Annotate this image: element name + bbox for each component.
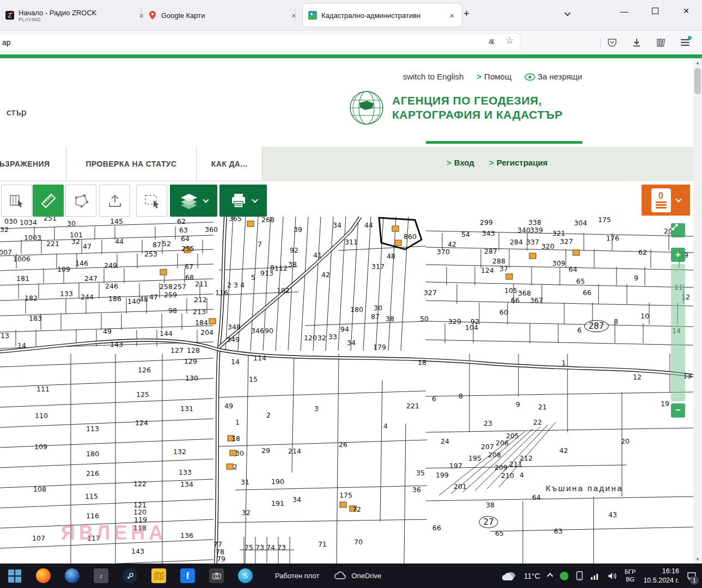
scrollbar-thumb[interactable]	[694, 68, 701, 94]
radio-favicon-icon: Z	[5, 11, 14, 20]
pocket-icon[interactable]	[607, 37, 618, 48]
tab-list-chevron-icon[interactable]	[564, 10, 570, 16]
map-parcel-label: 73	[255, 543, 264, 552]
nav-tab-status-check[interactable]: ПРОВЕРКА НА СТАТУС	[66, 147, 197, 181]
taskbar-steam-icon[interactable]	[115, 564, 144, 588]
map-parcel-label: 23	[484, 419, 492, 427]
taskbar-firefox-icon[interactable]	[29, 564, 58, 588]
nav-tab-objections[interactable]: ЪЗРАЖЕНИЯ	[0, 147, 66, 181]
taskbar-screenshot-icon[interactable]	[202, 564, 231, 588]
taskbar-map-app-icon[interactable]	[144, 564, 173, 588]
zoom-in-button[interactable]: +	[671, 248, 685, 262]
tray-expand-chevron-icon[interactable]	[547, 573, 553, 579]
volume-tray-icon[interactable]	[608, 572, 617, 580]
desktop-toolbar-label[interactable]: Работен плот	[275, 572, 319, 580]
map-parcel-label: 14	[231, 358, 240, 366]
tab-radio-zrock[interactable]: Z Начало - Радио ZROCK PLAYING ×	[0, 4, 151, 27]
map-parcel-label: 22	[533, 418, 542, 426]
print-tool-button[interactable]	[219, 185, 267, 217]
map-parcel-label: 64	[532, 493, 541, 501]
map-parcel-label: 68	[185, 273, 194, 281]
phone-tray-icon[interactable]	[576, 571, 583, 580]
main-navigation: ЪЗРАЖЕНИЯ ПРОВЕРКА НА СТАТУС КАК ДА... >…	[0, 147, 693, 182]
weather-cloud-icon[interactable]	[500, 571, 516, 581]
page-scrollbar[interactable]: ▲ ▼	[693, 58, 702, 564]
login-link[interactable]: >Вход	[447, 158, 474, 167]
layers-tool-button[interactable]	[170, 185, 217, 217]
taskbar-browser2-icon[interactable]	[58, 564, 87, 588]
cadastral-map[interactable]: 0301034251301456236526829933830417520321…	[0, 217, 693, 564]
accessibility-link[interactable]: За незрящи	[524, 72, 582, 81]
antivirus-tray-icon[interactable]	[560, 572, 569, 580]
selection-cart-menu-button[interactable]: 0	[642, 185, 690, 216]
map-parcel-label: 44	[364, 221, 373, 229]
map-parcel-label: 255	[181, 244, 194, 253]
tab-kais-active[interactable]: Кадастрално-административн ×	[303, 4, 462, 27]
network-tray-icon[interactable]	[590, 572, 600, 580]
new-tab-button[interactable]: +	[460, 8, 473, 20]
fullscreen-button[interactable]	[671, 223, 685, 237]
taskbar-app3-icon[interactable]: ♪	[87, 564, 115, 588]
window-minimize-button[interactable]: —	[612, 0, 637, 22]
map-parcel-label: 19	[661, 400, 669, 408]
url-text[interactable]: ap	[0, 38, 11, 47]
select-region-tool-button[interactable]	[136, 185, 167, 217]
tab-close-icon[interactable]: ×	[447, 10, 456, 21]
start-button[interactable]	[0, 564, 29, 588]
url-field[interactable]: ap	[0, 34, 520, 51]
scroll-down-arrow-icon[interactable]: ▼	[693, 555, 702, 564]
map-place-label: Къшина падина	[546, 483, 623, 493]
taskbar-app8-icon[interactable]: S	[231, 564, 260, 588]
map-parcel-label: 109	[57, 265, 70, 273]
map-parcel-label: 111	[36, 385, 50, 393]
map-parcel-label: 73	[277, 543, 286, 552]
switch-to-english-link[interactable]: switch to English	[403, 72, 464, 81]
taskbar-clock[interactable]: 16:16 10.5.2024 г.	[643, 567, 679, 585]
temperature-label[interactable]: 11°C	[524, 572, 540, 580]
map-parcel-label: 34	[347, 339, 356, 347]
onedrive-cloud-icon[interactable]	[333, 571, 347, 581]
language-indicator[interactable]: БГР BG	[625, 568, 636, 584]
map-building-marker	[209, 318, 216, 324]
agency-logo[interactable]: АГЕНЦИЯ ПО ГЕОДЕЗИЯ, КАРТОГРАФИЯ И КАДАС…	[349, 90, 563, 126]
onedrive-label[interactable]: OneDrive	[351, 572, 381, 580]
partial-logo-text: стър	[7, 107, 26, 118]
measure-distance-tool-button[interactable]	[33, 185, 64, 217]
tab-close-icon[interactable]: ×	[289, 10, 298, 21]
map-parcel-label: 26	[339, 440, 347, 449]
tab-google-maps[interactable]: Google Карти ×	[143, 4, 304, 27]
map-parcel-label: 337	[526, 238, 539, 246]
translate-icon[interactable]: A	[486, 37, 496, 47]
map-parcel-label: 007	[0, 248, 12, 256]
map-parcel-label: 47	[149, 293, 158, 301]
map-parcel-label: 38	[288, 260, 297, 268]
map-parcel-label: 132	[173, 448, 186, 456]
library-icon[interactable]	[656, 37, 667, 48]
map-parcel-label: 288	[492, 257, 505, 265]
scroll-up-arrow-icon[interactable]: ▲	[693, 58, 702, 67]
map-parcel-label: 65	[576, 277, 585, 285]
register-link[interactable]: >Регистрация	[489, 158, 548, 167]
nav-tab-how-to[interactable]: КАК ДА...	[196, 147, 263, 181]
map-parcel-label: 18	[231, 434, 240, 443]
map-parcel-label: 128	[187, 346, 200, 354]
zoom-slider[interactable]	[671, 264, 685, 401]
download-icon[interactable]	[631, 37, 642, 48]
window-maximize-button[interactable]	[643, 0, 668, 22]
map-parcel-label: 42	[321, 271, 330, 279]
bookmark-star-icon[interactable]: ☆	[505, 35, 514, 46]
zoom-out-button[interactable]: −	[671, 403, 685, 418]
steam-icon	[123, 568, 137, 583]
info-select-tool-button[interactable]	[1, 185, 32, 217]
measure-area-tool-button[interactable]	[65, 185, 96, 217]
menu-hamburger-icon[interactable]	[681, 39, 689, 46]
browser-tab-bar: Z Начало - Радио ZROCK PLAYING × Google …	[0, 0, 702, 30]
map-parcel-label: 146	[75, 259, 88, 267]
upload-tool-button[interactable]	[99, 185, 130, 217]
help-link[interactable]: >Помощ	[477, 72, 511, 81]
map-parcel-label: 216	[86, 469, 99, 477]
chevron-right-icon: >	[489, 158, 494, 167]
window-close-button[interactable]: ×	[674, 0, 699, 22]
taskbar-facebook-icon[interactable]: f	[173, 564, 202, 588]
map-parcel-label: 44	[115, 237, 124, 246]
